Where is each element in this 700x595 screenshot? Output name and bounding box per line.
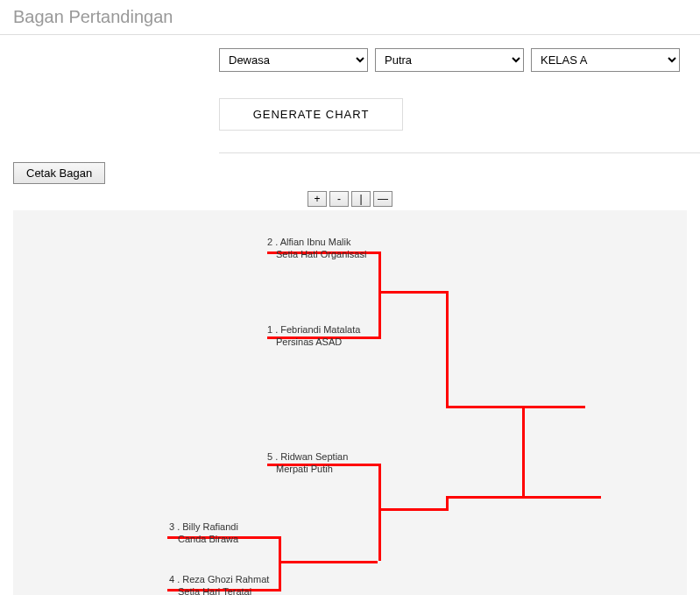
bracket-connector: [522, 406, 585, 408]
page-title: Bagan Pertandingan: [0, 0, 700, 35]
bracket-connector: [522, 406, 525, 499]
filter-bar: Dewasa Putra KELAS A GENERATE CHART: [0, 35, 700, 131]
bracket-connector: [378, 508, 449, 511]
zoom-in-button[interactable]: +: [308, 191, 327, 207]
bracket-connector: [378, 464, 381, 561]
class-select[interactable]: KELAS A: [531, 48, 680, 72]
bracket-entry: 1 . Febriandi MatalataPersinas ASAD: [267, 324, 381, 347]
player-club: Persinas ASAD: [267, 336, 381, 347]
player-name: 2 . Alfian Ibnu Malik: [267, 237, 350, 247]
zoom-toolbar: + - | —: [0, 191, 700, 207]
bracket-connector: [446, 496, 522, 499]
player-name: 1 . Febriandi Matalata: [267, 324, 360, 335]
zoom-reset-button[interactable]: |: [351, 191, 371, 207]
zoom-fit-button[interactable]: —: [373, 191, 392, 207]
gender-select[interactable]: Putra: [375, 48, 524, 72]
bracket-connector: [446, 291, 449, 408]
player-name: 4 . Reza Ghozi Rahmat: [169, 574, 269, 584]
bracket-connector: [378, 291, 449, 294]
age-group-select[interactable]: Dewasa: [219, 48, 368, 72]
player-club: Setia Hari Teratai: [169, 586, 283, 595]
player-club: Canda Birawa: [169, 534, 283, 544]
bracket-connector: [522, 496, 601, 499]
bracket-entry: 3 . Billy RafiandiCanda Birawa: [169, 521, 283, 544]
section-divider: [219, 152, 700, 153]
generate-button[interactable]: GENERATE CHART: [219, 98, 403, 131]
player-name: 3 . Billy Rafiandi: [169, 521, 238, 532]
player-club: Merpati Putih: [267, 464, 381, 474]
zoom-out-button[interactable]: -: [329, 191, 349, 207]
bracket-chart: 2 . Alfian Ibnu MalikSetia Hati Organisa…: [13, 210, 687, 595]
bracket-connector: [446, 406, 525, 408]
player-club: Setia Hati Organisasi: [267, 249, 381, 259]
bracket-entry: 4 . Reza Ghozi RahmatSetia Hari Teratai: [169, 574, 283, 595]
player-name: 5 . Ridwan Septian: [267, 451, 348, 462]
bracket-connector: [279, 561, 378, 563]
print-button[interactable]: Cetak Bagan: [13, 162, 105, 184]
bracket-entry: 2 . Alfian Ibnu MalikSetia Hati Organisa…: [267, 237, 381, 259]
bracket-entry: 5 . Ridwan SeptianMerpati Putih: [267, 451, 381, 474]
